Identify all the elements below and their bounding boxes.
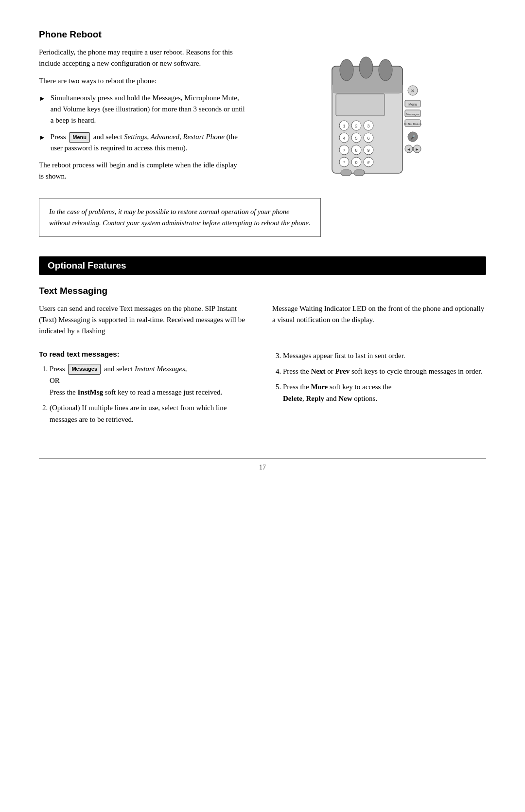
svg-text:#: # [367,160,369,165]
phone-reboot-bullet-list: ► Simultaneously press and hold the Mess… [39,92,248,154]
read-messages-label: To read text messages: [39,350,253,358]
bullet1-text: Simultaneously press and hold the Messag… [51,92,248,126]
text-msg-intro-col2: Message Waiting Indicator LED on the fro… [272,303,486,343]
text-msg-steps-col2: Messages appear first to last in sent or… [272,350,486,429]
text-msg-intro-col1: Users can send and receive Text messages… [39,303,253,343]
svg-text:🎤: 🎤 [410,134,416,140]
bullet2-content: Press Menu and select Settings, Advanced… [51,131,248,154]
instmsg-bold: InstMsg [78,388,104,396]
step1-italic: Instant Messages, [135,365,187,373]
phone-reboot-title: Phone Reboot [39,29,486,40]
svg-text:2: 2 [355,124,357,128]
page-footer: 17 [39,458,486,471]
phone-reboot-para1: Periodically, the phone may require a us… [39,47,243,70]
delete-bold: Delete [283,395,302,402]
svg-text:*: * [343,160,345,165]
svg-text:0: 0 [355,160,357,165]
prev-bold: Prev [335,367,350,375]
svg-point-4 [359,57,373,78]
svg-text:Do Not Disturb: Do Not Disturb [403,123,421,126]
messages-button-label: Messages [68,364,101,375]
next-bold: Next [311,367,326,375]
text-msg-step5: Press the More soft key to access the De… [283,381,486,404]
phone-reboot-para2: There are two ways to reboot the phone: [39,75,243,87]
svg-text:3: 3 [367,124,369,128]
text-messaging-section: Text Messaging Users can send and receiv… [39,286,486,429]
svg-text:Menu: Menu [408,103,417,106]
page-number: 17 [259,464,266,471]
text-messaging-title: Text Messaging [39,286,486,296]
text-messaging-steps-cols: To read text messages: Press Messages an… [39,350,486,429]
text-messaging-intro-cols: Users can send and receive Text messages… [39,303,486,343]
svg-text:✕: ✕ [411,89,415,93]
text-msg-steps-list-2: Messages appear first to last in sent or… [283,350,486,404]
svg-text:9: 9 [367,148,369,153]
menu-button-label: Menu [69,132,90,143]
bullet-arrow-2: ► [39,132,46,143]
svg-text:6: 6 [367,136,369,141]
svg-text:►: ► [415,147,419,152]
phone-illustration-container: 1 2 3 4 5 6 7 8 9 [262,47,486,188]
phone-diagram: 1 2 3 4 5 6 7 8 9 [327,52,422,180]
text-msg-col1-para: Users can send and receive Text messages… [39,303,253,337]
new-bold: New [338,395,352,402]
svg-text:8: 8 [355,148,357,153]
text-msg-step3: Messages appear first to last in sent or… [283,350,486,361]
phone-reboot-section: Phone Reboot Periodically, the phone may… [39,29,486,237]
svg-text:1: 1 [343,124,345,128]
text-msg-col2-para: Message Waiting Indicator LED on the fro… [272,303,486,326]
text-msg-steps-col1: To read text messages: Press Messages an… [39,350,253,429]
more-bold: More [311,383,328,391]
svg-rect-2 [332,85,402,93]
svg-point-3 [340,59,353,81]
svg-rect-31 [341,170,351,176]
text-msg-step1: Press Messages and select Instant Messag… [50,363,253,398]
bullet2-italic: Settings, Advanced, Restart Phone [124,133,225,141]
svg-text:◄: ◄ [406,147,411,152]
svg-text:4: 4 [343,136,345,141]
svg-rect-6 [336,94,385,116]
phone-reboot-para3: The reboot process will begin and is com… [39,160,243,182]
reply-bold: Reply [306,395,324,402]
phone-reboot-left-col: Periodically, the phone may require a us… [39,47,248,188]
text-msg-steps-list: Press Messages and select Instant Messag… [50,363,253,425]
svg-rect-32 [354,170,365,176]
svg-point-5 [379,59,392,81]
phone-reboot-bullet2: ► Press Menu and select Settings, Advanc… [39,131,248,154]
text-msg-step4: Press the Next or Prev soft keys to cycl… [283,365,486,377]
phone-reboot-bullet1: ► Simultaneously press and hold the Mess… [39,92,248,126]
svg-text:Messages: Messages [406,113,419,116]
text-msg-step2: (Optional) If multiple lines are in use,… [50,402,253,425]
bullet-arrow-1: ► [39,93,46,104]
phone-reboot-note: In the case of problems, it may be possi… [39,198,321,237]
svg-text:7: 7 [343,148,345,153]
note-text: In the case of problems, it may be possi… [49,208,311,227]
optional-features-banner: Optional Features [39,256,486,275]
svg-text:5: 5 [355,136,357,141]
